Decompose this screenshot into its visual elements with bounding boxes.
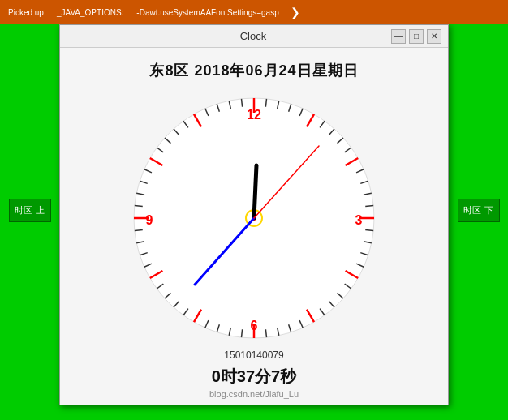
side-panel-left: 时区 上 <box>0 0 59 420</box>
date-display: 东8区 2018年06月24日星期日 <box>149 61 358 80</box>
svg-text:12: 12 <box>247 108 261 122</box>
minimize-button[interactable]: — <box>391 29 406 44</box>
clock-window: Clock — □ ✕ 东8区 2018年06月24日星期日 12 3 6 9 <box>59 24 449 405</box>
svg-line-67 <box>254 165 256 218</box>
clock-face-container: 12 3 6 9 <box>124 88 384 348</box>
top-bar: Picked up _JAVA_OPTIONS: -Dawt.useSystem… <box>0 0 508 24</box>
side-panel-right: 时区 下 <box>449 0 508 420</box>
title-bar: Clock — □ ✕ <box>60 25 448 48</box>
clock-content: 东8区 2018年06月24日星期日 12 3 6 9 <box>60 48 448 405</box>
top-arrow[interactable]: ❯ <box>287 6 304 19</box>
svg-line-32 <box>242 329 243 337</box>
unix-timestamp: 15010140079 <box>224 349 283 361</box>
timezone-left-btn[interactable]: 时区 上 <box>9 199 51 222</box>
top-item-3[interactable]: -Dawt.useSystemAAFontSettings=gasp <box>131 6 283 19</box>
watermark: blog.csdn.net/Jiafu_Lu <box>209 389 299 399</box>
svg-text:3: 3 <box>355 213 363 227</box>
svg-line-47 <box>135 206 143 207</box>
top-item-1[interactable]: Picked up <box>3 6 49 19</box>
window-title: Clock <box>115 30 391 42</box>
time-display: 0时37分7秒 <box>212 366 297 388</box>
close-button[interactable]: ✕ <box>427 29 441 44</box>
svg-line-30 <box>265 329 266 337</box>
svg-text:6: 6 <box>251 319 258 332</box>
maximize-button[interactable]: □ <box>409 29 424 44</box>
timezone-right-btn[interactable]: 时区 下 <box>458 199 500 222</box>
svg-line-15 <box>365 206 373 207</box>
top-item-2[interactable]: _JAVA_OPTIONS: <box>52 6 128 19</box>
svg-line-17 <box>365 229 373 230</box>
svg-line-60 <box>242 99 243 107</box>
svg-line-2 <box>265 99 266 107</box>
clock-svg: 12 3 6 9 <box>124 88 384 348</box>
svg-line-45 <box>135 229 143 230</box>
window-controls: — □ ✕ <box>391 29 441 44</box>
svg-text:9: 9 <box>146 213 153 227</box>
